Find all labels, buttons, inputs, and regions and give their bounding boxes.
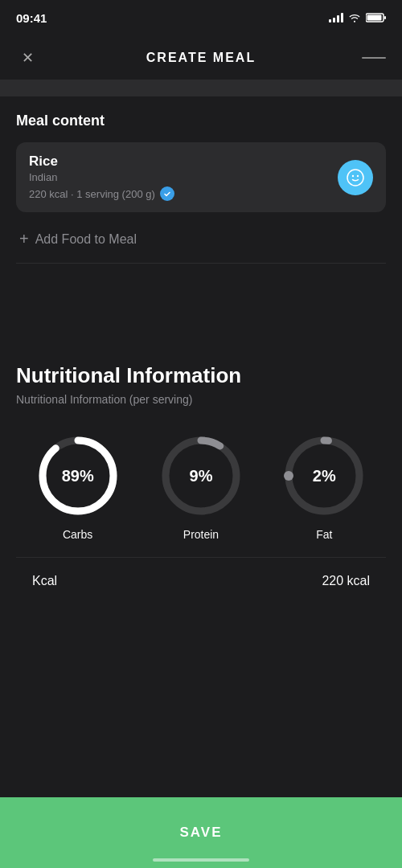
wifi-icon: [348, 13, 361, 23]
protein-chart: 9% Protein: [157, 432, 245, 541]
signal-icon: [329, 13, 343, 23]
svg-point-4: [352, 174, 354, 176]
food-info: Rice Indian 220 kcal · 1 serving (200 g): [29, 154, 174, 201]
food-meta: 220 kcal · 1 serving (200 g): [29, 186, 174, 201]
home-indicator: [153, 858, 249, 862]
kcal-label: Kcal: [32, 574, 57, 588]
protein-donut: 9%: [157, 432, 245, 520]
meal-content-label: Meal content: [16, 113, 386, 129]
food-kcal-serving: 220 kcal · 1 serving (200 g): [29, 188, 155, 200]
fat-donut: 2%: [280, 432, 368, 520]
smiley-icon: [346, 168, 365, 187]
fat-percent: 2%: [313, 467, 336, 485]
nutrition-subtitle: Nutritional Information (per serving): [16, 393, 386, 406]
kcal-value: 220 kcal: [322, 574, 370, 588]
close-button[interactable]: ✕: [16, 47, 39, 69]
checkmark-icon: [163, 190, 171, 198]
nutrition-title: Nutritional Information: [16, 363, 386, 388]
svg-rect-2: [367, 15, 382, 21]
protein-label: Protein: [183, 528, 219, 541]
carbs-percent: 89%: [62, 467, 94, 485]
svg-point-3: [347, 170, 363, 186]
food-name: Rice: [29, 154, 174, 170]
add-food-label: Add Food to Meal: [35, 232, 137, 247]
carbs-label: Carbs: [63, 528, 92, 541]
status-bar: 09:41: [0, 0, 402, 35]
section-divider: [0, 80, 402, 96]
page-title: CREATE MEAL: [146, 51, 256, 65]
close-icon[interactable]: ✕: [22, 49, 34, 67]
add-icon: +: [19, 230, 29, 248]
svg-point-5: [357, 174, 359, 176]
status-icons: [329, 13, 386, 23]
add-food-button[interactable]: + Add Food to Meal: [16, 215, 386, 264]
food-cuisine: Indian: [29, 171, 174, 183]
nutrition-section: Nutritional Information Nutritional Info…: [0, 344, 402, 604]
status-time: 09:41: [16, 11, 47, 25]
save-label: SAVE: [179, 825, 222, 841]
content-gap: [0, 264, 402, 344]
header: ✕ CREATE MEAL: [0, 35, 402, 80]
verified-badge: [160, 186, 174, 201]
meal-content-section: Meal content Rice Indian 220 kcal · 1 se…: [0, 96, 402, 264]
header-line: [362, 57, 386, 59]
kcal-row: Kcal 220 kcal: [16, 557, 386, 604]
food-item-row[interactable]: Rice Indian 220 kcal · 1 serving (200 g): [16, 142, 386, 212]
battery-icon: [366, 13, 386, 23]
smiley-button[interactable]: [338, 160, 373, 195]
charts-row: 89% Carbs 9% Protein: [16, 432, 386, 541]
svg-rect-1: [384, 16, 386, 19]
fat-label: Fat: [316, 528, 332, 541]
protein-percent: 9%: [190, 467, 213, 485]
save-button[interactable]: SAVE: [0, 797, 402, 868]
fat-chart: 2% Fat: [280, 432, 368, 541]
carbs-chart: 89% Carbs: [34, 432, 122, 541]
carbs-donut: 89%: [34, 432, 122, 520]
